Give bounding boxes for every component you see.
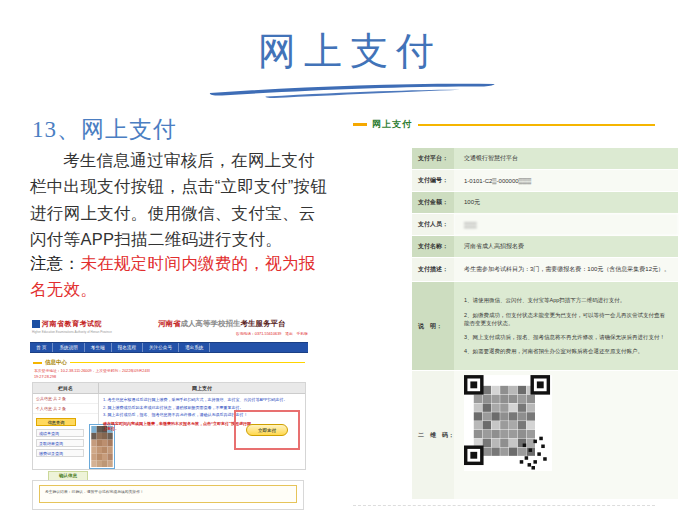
nav-item-wechat[interactable]: 关注公众号 <box>143 343 179 352</box>
payment-screenshot: 网上支付 支付平台： 交通银行智慧付平台 支付编号： 1-0101-C2▒-00… <box>345 112 690 522</box>
portal-logo-icon <box>32 320 40 328</box>
portal-logo: 河南省教育考试院 Higher Education Examinations A… <box>32 319 112 334</box>
confirm-info-text: 考生确认结果：已确认，请按平台流程完成后续相关操作！ <box>39 485 297 503</box>
nav-item-system-info[interactable]: 系统说明 <box>53 343 84 352</box>
payment-header: 网上支付 <box>353 118 655 131</box>
instruction-2: 2、如缴费成功，但支付状态未能变更为已支付，可以等待一会儿再次尝试支付查看能否变… <box>464 311 669 328</box>
info-center-table: 栏目名 网上支付 公共信息·共 2 条 个人信息·共 2 条 信息查询 成绩单查… <box>32 382 306 470</box>
gold-rule-right <box>418 124 655 126</box>
query-link-scores[interactable]: 成绩单查询 <box>36 429 84 437</box>
query-link-payment-record[interactable]: 缴费记录查询 <box>36 449 84 457</box>
dashed-divider <box>353 505 655 506</box>
row-pay-description: 支付描述： 考生需参加考试科目为：3门，需要缴报名费：100元（含信息采集费12… <box>412 258 678 281</box>
highlight-red-box: 立即支付 <box>234 410 300 450</box>
note-label: 注意： <box>30 254 80 272</box>
login-info: 本次登录地址：10.2.38.111:26009，上次登录时间：2022年09月… <box>34 369 150 380</box>
category-public-info[interactable]: 公共信息·共 2 条 <box>33 394 98 404</box>
row-pay-name: 支付名称： 河南省成人高招报名费 <box>412 236 678 257</box>
page-title: 网上支付 <box>0 26 700 77</box>
notice-warning: 请在规定时间内完成网上缴费，未缴费的本次报名无效，点击“立即支付”按钮进行网上支… <box>103 421 253 431</box>
row-pay-number: 支付编号： 1-0101-C2▒-000000▒▒▒ <box>412 170 678 191</box>
query-link-admission[interactable]: 录取结果查询 <box>36 439 84 447</box>
nav-item-candidate[interactable]: 考生端 <box>85 343 112 352</box>
payment-notice-panel: 1. 考生信息审核通过后进行网上缴费，采用手机扫码方式，支持微信、支付宝、云闪付… <box>100 394 305 469</box>
gold-rule <box>70 362 305 364</box>
portal-navbar: 首 页 系统说明 考生端 报名流程 关注公众号 退出系统 <box>30 342 308 353</box>
orange-dash-icon <box>353 123 367 126</box>
column-header-category: 栏目名 <box>33 383 99 393</box>
confirm-info-box: 考生确认结果：已确认，请按平台流程完成后续相关操作！ <box>32 480 304 510</box>
info-table-header: 栏目名 网上支付 <box>33 383 305 394</box>
note-line: 注意：未在规定时间内缴费的，视为报名无效。 <box>30 250 328 303</box>
row-pay-person: 支付人员： ▒▒▒ <box>412 214 678 235</box>
nav-item-signup-flow[interactable]: 报名流程 <box>112 343 143 352</box>
payment-title: 网上支付 <box>372 118 412 131</box>
confirm-info-tab[interactable]: 确认信息 <box>48 471 88 480</box>
notice-line-1: 1. 考生信息审核通过后进行网上缴费，采用手机扫码方式，支持微信、支付宝、云闪付… <box>103 396 302 404</box>
pay-now-button[interactable]: 立即支付 <box>246 424 288 436</box>
qr-finder-top-right <box>530 375 550 395</box>
instruction-3: 3、网上支付成功后，报名、报考信息将不再允许修改，请确保无误后再进行支付！ <box>464 333 669 341</box>
category-personal-info[interactable]: 个人信息·共 2 条 <box>33 404 98 414</box>
portal-site-title: 河南省成人高等学校招生考生服务平台 <box>158 319 308 329</box>
qr-finder-bottom-left <box>464 445 484 465</box>
instruction-4: 4、如需要退费的费用，河南省招生办公室对账后将会退还至原支付账户。 <box>464 347 669 355</box>
portal-logo-subtitle: Higher Education Examinations Authority … <box>32 330 112 334</box>
body-paragraph: 考生信息通过审核后，在网上支付栏中出现支付按钮，点击“立即支付”按钮进行网上支付… <box>30 147 328 253</box>
title-underline-swoosh <box>208 80 498 98</box>
nav-item-logout[interactable]: 退出系统 <box>179 343 210 352</box>
portal-hotline: 咨询电话：0371-55610639 退出 手机版 <box>160 331 308 336</box>
query-section-header: 信息查询 <box>36 418 76 426</box>
section-heading: 13、网上支付 <box>32 114 177 145</box>
row-pay-platform: 支付平台： 交通银行智慧付平台 <box>412 148 678 169</box>
row-qr-code: 二 维 码： <box>412 371 678 499</box>
row-instructions: 说 明： 1、请使用微信、云闪付、支付宝等App扫描下方二维码进行支付。 2、如… <box>412 282 678 370</box>
nav-item-home[interactable]: 首 页 <box>30 343 53 352</box>
payment-table: 支付平台： 交通银行智慧付平台 支付编号： 1-0101-C2▒-000000▒… <box>412 148 678 499</box>
column-header-payment: 网上支付 <box>99 383 305 393</box>
gold-dash-icon <box>33 362 42 364</box>
portal-screenshot: 河南省教育考试院 Higher Education Examinations A… <box>30 316 308 518</box>
row-pay-amount: 支付金额： 100元 <box>412 192 678 213</box>
info-center-title: 信息中心 <box>45 359 67 366</box>
portal-logo-title: 河南省教育考试院 <box>42 319 102 329</box>
qr-finder-top-left <box>464 375 484 395</box>
instruction-1: 1、请使用微信、云闪付、支付宝等App扫描下方二维码进行支付。 <box>464 296 669 304</box>
qr-code <box>464 375 552 471</box>
slide: 网上支付 13、网上支付 考生信息通过审核后，在网上支付栏中出现支付按钮，点击“… <box>0 0 700 525</box>
info-center-header: 信息中心 <box>33 359 305 366</box>
